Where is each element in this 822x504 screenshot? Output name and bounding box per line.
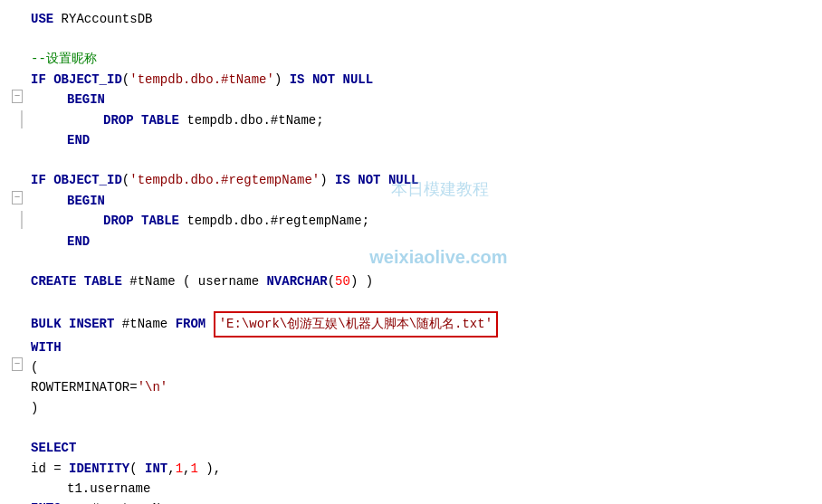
code-line-begin2: − BEGIN: [0, 191, 822, 211]
line-content-username: t1.username: [27, 479, 822, 499]
code-line-into: INTO #regtempName: [0, 499, 822, 504]
code-line-drop2: DROP TABLE tempdb.dbo.#regtempName;: [0, 211, 822, 231]
line-content-begin1: BEGIN: [27, 90, 822, 109]
line-content-create: CREATE TABLE #tName ( username NVARCHAR(…: [27, 271, 822, 291]
code-line-bulk: BULK INSERT #tName FROM 'E:\work\创游互娱\机器…: [0, 311, 822, 337]
code-line-empty2: [0, 150, 822, 170]
code-line-end2: END: [0, 232, 822, 252]
line-content-paren: (: [27, 357, 822, 377]
code-line-empty4: [0, 291, 822, 311]
code-line-empty5: [0, 418, 822, 438]
code-line-with: WITH: [0, 338, 822, 357]
code-line-comment: --设置昵称: [0, 49, 822, 69]
highlight-string: 'E:\work\创游互娱\机器人脚本\随机名.txt': [214, 311, 498, 337]
code-line-empty1: [0, 29, 822, 49]
line-content-if1: IF OBJECT_ID('tempdb.dbo.#tName') IS NOT…: [27, 70, 822, 90]
line-content-close-paren: ): [27, 398, 822, 418]
gutter-drop1: [9, 110, 27, 128]
line-content-end1: END: [27, 130, 822, 150]
code-editor: 本日模建教程 weixiaolive.com USE RYAccountsDB …: [0, 0, 822, 504]
code-line-if1: IF OBJECT_ID('tempdb.dbo.#tName') IS NOT…: [0, 70, 822, 90]
code-line-username: t1.username: [0, 479, 822, 499]
code-line-end1: END: [0, 130, 822, 150]
gutter-begin1: −: [9, 90, 27, 103]
line-content-rowterminator: ROWTERMINATOR='\n': [27, 377, 822, 397]
collapse-icon-2[interactable]: −: [12, 191, 24, 204]
line-content-drop2: DROP TABLE tempdb.dbo.#regtempName;: [27, 211, 822, 231]
line-content-1: USE RYAccountsDB: [27, 9, 822, 29]
gutter-paren: −: [9, 357, 27, 371]
line-content-with: WITH: [27, 338, 822, 357]
code-line-drop1: DROP TABLE tempdb.dbo.#tName;: [0, 110, 822, 130]
code-line-1: USE RYAccountsDB: [0, 9, 822, 29]
line-content-begin2: BEGIN: [27, 191, 822, 211]
line-content-identity: id = IDENTITY( INT,1,1 ),: [27, 459, 822, 479]
line-content-if2: IF OBJECT_ID('tempdb.dbo.#regtempName') …: [27, 170, 822, 190]
line-content-comment: --设置昵称: [27, 49, 822, 69]
code-line-close-paren: ): [0, 398, 822, 418]
line-content-bulk: BULK INSERT #tName FROM 'E:\work\创游互娱\机器…: [27, 311, 822, 337]
line-content-select: SELECT: [27, 438, 822, 458]
collapse-icon-1[interactable]: −: [12, 90, 24, 103]
collapse-icon-3[interactable]: −: [12, 357, 24, 371]
code-line-empty3: [0, 252, 822, 271]
code-line-select: SELECT: [0, 438, 822, 458]
code-line-create: CREATE TABLE #tName ( username NVARCHAR(…: [0, 271, 822, 291]
code-line-identity: id = IDENTITY( INT,1,1 ),: [0, 459, 822, 479]
code-line-begin1: − BEGIN: [0, 90, 822, 109]
code-line-paren: − (: [0, 357, 822, 377]
line-content-end2: END: [27, 232, 822, 252]
code-line-rowterminator: ROWTERMINATOR='\n': [0, 377, 822, 397]
gutter-drop2: [9, 211, 27, 229]
line-content-drop1: DROP TABLE tempdb.dbo.#tName;: [27, 110, 822, 130]
gutter-begin2: −: [9, 191, 27, 204]
code-line-if2: IF OBJECT_ID('tempdb.dbo.#regtempName') …: [0, 170, 822, 190]
line-content-into: INTO #regtempName: [27, 499, 822, 504]
